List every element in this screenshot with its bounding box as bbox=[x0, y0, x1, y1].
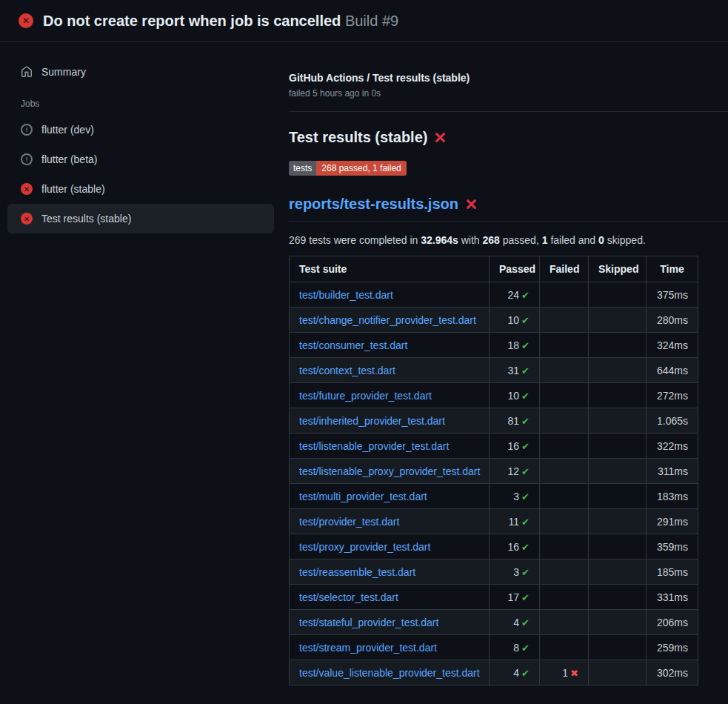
suite-cell: test/listenable_proxy_provider_test.dart bbox=[290, 459, 490, 484]
skipped-cell bbox=[589, 585, 647, 610]
suite-cell: test/stateful_provider_test.dart bbox=[290, 610, 490, 635]
summary-mid2: passed, bbox=[500, 234, 542, 246]
suite-link[interactable]: test/stream_provider_test.dart bbox=[299, 642, 437, 654]
section-title-text: Test results (stable) bbox=[289, 129, 427, 146]
suite-link[interactable]: test/value_listenable_provider_test.dart bbox=[299, 667, 480, 679]
skipped-cell bbox=[589, 282, 647, 308]
col-header-passed: Passed bbox=[490, 256, 540, 282]
check-icon: ✔ bbox=[521, 365, 530, 376]
neutral-status-icon: ! bbox=[21, 124, 33, 136]
failed-cell bbox=[540, 534, 589, 559]
run-status-line: failed 5 hours ago in 0s bbox=[289, 88, 728, 99]
passed-count: 16 bbox=[508, 440, 520, 452]
table-row: test/future_provider_test.dart 10✔ 272ms bbox=[290, 383, 698, 408]
check-icon: ✔ bbox=[521, 315, 530, 326]
summary-label: Summary bbox=[41, 66, 86, 78]
suite-link[interactable]: test/inherited_provider_test.dart bbox=[299, 415, 445, 427]
time-cell: 322ms bbox=[647, 434, 698, 459]
cross-icon: ✖ bbox=[570, 668, 578, 679]
job-label: flutter (stable) bbox=[41, 183, 105, 195]
table-row: test/provider_test.dart 11✔ 291ms bbox=[290, 509, 698, 534]
table-row: test/stateful_provider_test.dart 4✔ 206m… bbox=[290, 610, 698, 635]
suite-link[interactable]: test/listenable_proxy_provider_test.dart bbox=[299, 465, 480, 477]
jobs-list: ! flutter (dev) ! flutter (beta) ✕ flutt… bbox=[7, 115, 274, 233]
passed-count: 12 bbox=[508, 465, 520, 477]
failed-circle-icon: ✕ bbox=[19, 13, 33, 28]
suite-link[interactable]: test/proxy_provider_test.dart bbox=[299, 541, 430, 553]
failed-circle-icon: ✕ bbox=[21, 183, 33, 195]
suite-link[interactable]: test/future_provider_test.dart bbox=[299, 390, 432, 402]
sidebar-item-summary[interactable]: Summary bbox=[7, 57, 274, 87]
sidebar-job-item[interactable]: ✕ Test results (stable) bbox=[7, 204, 274, 233]
failed-cell bbox=[540, 610, 589, 635]
section-title: Test results (stable) bbox=[289, 129, 728, 146]
check-icon: ✔ bbox=[521, 542, 530, 553]
suite-link[interactable]: test/context_test.dart bbox=[299, 365, 395, 376]
skipped-cell bbox=[589, 358, 647, 383]
suite-link[interactable]: test/stateful_provider_test.dart bbox=[299, 617, 438, 628]
time-cell: 302ms bbox=[647, 660, 698, 685]
suite-cell: test/inherited_provider_test.dart bbox=[290, 408, 490, 434]
check-icon: ✔ bbox=[521, 466, 530, 477]
failed-cell bbox=[540, 635, 589, 660]
suite-cell: test/selector_test.dart bbox=[290, 585, 490, 610]
passed-cell: 10✔ bbox=[490, 383, 540, 408]
suite-link[interactable]: test/provider_test.dart bbox=[299, 516, 399, 528]
suite-link[interactable]: test/multi_provider_test.dart bbox=[299, 491, 427, 502]
sidebar-job-item[interactable]: ✕ flutter (stable) bbox=[7, 174, 274, 204]
col-header-skipped: Skipped bbox=[589, 256, 647, 282]
summary-line: 269 tests were completed in 32.964s with… bbox=[289, 234, 728, 246]
passed-count: 10 bbox=[508, 390, 520, 402]
skipped-cell bbox=[589, 383, 647, 408]
skipped-cell bbox=[589, 534, 647, 559]
summary-prefix: 269 tests were completed in bbox=[289, 234, 421, 246]
table-row: test/listenable_provider_test.dart 16✔ 3… bbox=[290, 434, 698, 459]
skipped-cell bbox=[589, 434, 647, 459]
skipped-cell bbox=[589, 559, 647, 585]
suite-cell: test/listenable_provider_test.dart bbox=[290, 434, 490, 459]
sidebar-job-item[interactable]: ! flutter (dev) bbox=[7, 115, 274, 145]
suite-link[interactable]: test/builder_test.dart bbox=[299, 289, 393, 301]
check-icon: ✔ bbox=[521, 668, 530, 679]
suite-link[interactable]: test/consumer_test.dart bbox=[299, 339, 407, 351]
col-header-test-suite: Test suite bbox=[290, 256, 490, 282]
suite-link[interactable]: test/selector_test.dart bbox=[299, 591, 398, 603]
divider bbox=[289, 111, 728, 112]
passed-count: 8 bbox=[513, 642, 519, 654]
skipped-cell bbox=[589, 333, 647, 358]
check-icon: ✔ bbox=[521, 517, 530, 528]
passed-count: 81 bbox=[508, 415, 520, 427]
time-cell: 331ms bbox=[647, 585, 698, 610]
suite-link[interactable]: test/reassemble_test.dart bbox=[299, 566, 415, 578]
skipped-cell bbox=[589, 660, 647, 685]
home-icon bbox=[21, 66, 33, 78]
badge-label: tests bbox=[289, 161, 316, 176]
results-table: Test suite Passed Failed Skipped Time te… bbox=[289, 256, 698, 685]
passed-cell: 8✔ bbox=[490, 635, 540, 660]
time-cell: 185ms bbox=[647, 559, 698, 585]
table-row: test/selector_test.dart 17✔ 331ms bbox=[290, 585, 698, 610]
badge-value: 268 passed, 1 failed bbox=[316, 161, 406, 176]
tests-badge: tests 268 passed, 1 failed bbox=[289, 161, 407, 176]
failed-cell bbox=[540, 308, 589, 333]
check-icon: ✔ bbox=[521, 592, 530, 603]
failed-circle-icon: ✕ bbox=[21, 213, 33, 225]
suite-cell: test/future_provider_test.dart bbox=[290, 383, 490, 408]
summary-duration: 32.964s bbox=[421, 234, 458, 246]
table-row: test/reassemble_test.dart 3✔ 185ms bbox=[290, 559, 698, 585]
failed-cell bbox=[540, 358, 589, 383]
report-link[interactable]: reports/test-results.json bbox=[289, 196, 458, 213]
time-cell: 291ms bbox=[647, 509, 698, 534]
time-cell: 1.065s bbox=[647, 408, 698, 434]
suite-cell: test/multi_provider_test.dart bbox=[290, 484, 490, 509]
passed-count: 3 bbox=[513, 491, 519, 502]
suite-link[interactable]: test/listenable_provider_test.dart bbox=[299, 440, 449, 452]
suite-link[interactable]: test/change_notifier_provider_test.dart bbox=[299, 314, 476, 326]
sidebar-job-item[interactable]: ! flutter (beta) bbox=[7, 145, 274, 174]
passed-cell: 3✔ bbox=[490, 559, 540, 585]
time-cell: 311ms bbox=[647, 459, 698, 484]
passed-count: 10 bbox=[508, 314, 520, 326]
suite-cell: test/stream_provider_test.dart bbox=[290, 635, 490, 660]
job-label: Test results (stable) bbox=[41, 213, 131, 225]
suite-cell: test/change_notifier_provider_test.dart bbox=[290, 308, 490, 333]
